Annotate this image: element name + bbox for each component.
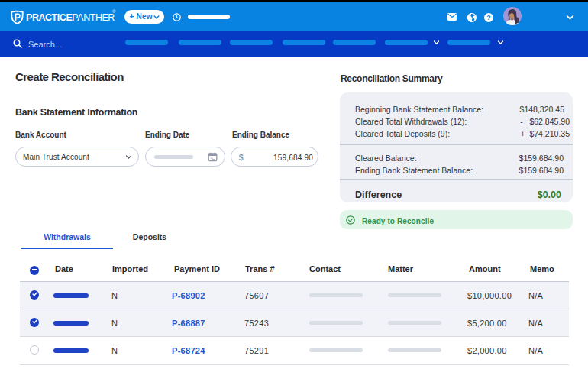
svg-text:?: ? — [486, 14, 491, 21]
